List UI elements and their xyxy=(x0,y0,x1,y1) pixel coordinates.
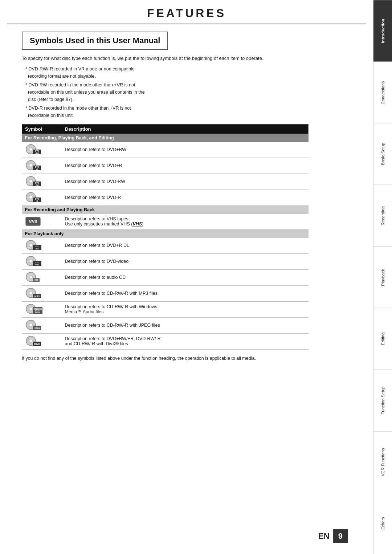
desc-wma: Description refers to CD-RW/-R with Wind… xyxy=(62,301,309,317)
mp3-icon: MP3 xyxy=(25,288,42,298)
svg-point-45 xyxy=(30,292,32,294)
svg-point-28 xyxy=(30,244,32,246)
symbol-cell-dvd-video: DVD VIDEO xyxy=(22,253,62,269)
intro-text: To specify for what disc type each funct… xyxy=(22,55,309,62)
col-header-symbol: Symbol xyxy=(22,124,62,134)
table-header-row: Symbol Description xyxy=(22,124,309,134)
dvd-plus-rw-icon: DVD +RW xyxy=(25,144,42,155)
sidebar-tab-others[interactable]: Others xyxy=(373,493,392,554)
table-row: VHS Description refers to VHS tapesUse o… xyxy=(22,214,309,230)
svg-text:DivX: DivX xyxy=(34,343,40,345)
divx-icon: DivX xyxy=(25,335,42,346)
wma-icon: WINDOWS MEDIA AUDIO xyxy=(25,304,43,314)
sidebar-tab-playback[interactable]: Playback xyxy=(373,247,392,308)
dvd-video-icon: DVD VIDEO xyxy=(25,256,42,266)
page-footer: EN 9 xyxy=(318,529,348,543)
desc-dvd-r-minus: Description refers to DVD-R xyxy=(62,190,309,205)
dvd-minus-r-icon: DVD -R xyxy=(25,192,42,203)
svg-point-40 xyxy=(30,276,32,278)
symbol-cell-dvd-rdl: DVD +R DL xyxy=(22,238,62,254)
table-row: DivX Description refers to DVD+RW/+R, DV… xyxy=(22,333,309,349)
dvd-minus-rw-icon: DVD -RW xyxy=(25,176,42,187)
bullet-2: * DVD-RW recorded in the mode other than… xyxy=(22,81,309,103)
symbol-cell-dvd-r-minus: DVD -R xyxy=(22,190,62,205)
bullet-1: * DVD-RW/-R recorded in VR mode or non c… xyxy=(22,65,309,80)
desc-dvd-r-plus: Description refers to DVD+R xyxy=(62,158,309,174)
svg-text:+R: +R xyxy=(36,168,38,170)
lang-label: EN xyxy=(318,531,330,541)
table-row: DVD -RW Description refers to DVD-RW xyxy=(22,174,309,190)
footer-text: If you do not find any of the symbols li… xyxy=(22,355,309,362)
symbol-cell-jpeg: JPEG xyxy=(22,317,62,333)
table-row: DVD -R Description refers to DVD-R xyxy=(22,190,309,205)
symbols-table: Symbol Description For Recording, Playin… xyxy=(22,124,309,350)
symbol-cell-mp3: MP3 xyxy=(22,285,62,301)
svg-text:AUDIO: AUDIO xyxy=(35,312,40,314)
svg-text:+RW: +RW xyxy=(35,152,39,154)
cd-icon: CD xyxy=(25,272,42,282)
right-sidebar: Introduction Connections Basic Setup Rec… xyxy=(373,0,392,554)
sidebar-tab-connections[interactable]: Connections xyxy=(373,62,392,123)
symbol-cell-dvd-rw-minus: DVD -RW xyxy=(22,174,62,190)
svg-point-62 xyxy=(30,340,32,342)
svg-text:DVD: DVD xyxy=(35,261,39,264)
table-row: DVD +RW Description refers to DVD+RW xyxy=(22,142,309,158)
sidebar-tab-introduction[interactable]: Introduction xyxy=(373,0,392,62)
desc-dvd-video: Description refers to DVD-video xyxy=(62,253,309,269)
desc-dvd-rw: Description refers to DVD+RW xyxy=(62,142,309,158)
page-title: FEATURES xyxy=(7,7,366,20)
symbol-cell-wma: WINDOWS MEDIA AUDIO xyxy=(22,301,62,317)
dvd-rdl-icon: DVD +R DL xyxy=(25,240,42,250)
svg-text:+R DL: +R DL xyxy=(35,248,39,250)
svg-text:DVD: DVD xyxy=(35,182,39,184)
desc-divx: Description refers to DVD+RW/+R, DVD-RW/… xyxy=(62,333,309,349)
table-row: DVD +R Description refers to DVD+R xyxy=(22,158,309,174)
svg-point-8 xyxy=(30,164,32,166)
section-label-3: For Playback only xyxy=(22,229,309,238)
symbol-cell-dvd-r-plus: DVD +R xyxy=(22,158,62,174)
svg-point-2 xyxy=(30,148,32,150)
symbol-cell-dvd-rw: DVD +RW xyxy=(22,142,62,158)
section-label-2: For Recording and Playing Back xyxy=(22,205,309,214)
page-number: 9 xyxy=(333,529,348,543)
symbols-heading: Symbols Used in this User Manual xyxy=(30,36,160,45)
svg-text:DVD: DVD xyxy=(35,245,39,248)
sidebar-tab-editing[interactable]: Editing xyxy=(373,308,392,370)
desc-dvd-rw-minus: Description refers to DVD-RW xyxy=(62,174,309,190)
section-row-recording-editing: For Recording, Playing Back, and Editing xyxy=(22,134,309,142)
symbols-heading-box: Symbols Used in this User Manual xyxy=(22,32,168,50)
desc-cd: Description refers to audio CD xyxy=(62,269,309,285)
symbol-cell-divx: DivX xyxy=(22,333,62,349)
desc-dvd-rdl: Description refers to DVD+R DL xyxy=(62,238,309,254)
sidebar-tab-function-setup[interactable]: Function Setup xyxy=(373,370,392,431)
vhs-icon: VHS xyxy=(25,216,43,227)
bullet-3: * DVD-R recorded in the mode other than … xyxy=(22,105,309,119)
svg-text:MP3: MP3 xyxy=(34,295,40,298)
svg-text:DVD: DVD xyxy=(35,198,39,200)
table-row: JPEG Description refers to CD-RW/-R with… xyxy=(22,317,309,333)
desc-vhs: Description refers to VHS tapesUse only … xyxy=(62,214,309,230)
desc-mp3: Description refers to CD-RW/-R with MP3 … xyxy=(62,285,309,301)
sidebar-tab-vcr-functions[interactable]: VCR Functions xyxy=(373,431,392,493)
section-row-recording-playback: For Recording and Playing Back xyxy=(22,205,309,214)
svg-text:DVD: DVD xyxy=(35,150,39,152)
svg-point-20 xyxy=(30,196,32,198)
symbol-cell-vhs: VHS xyxy=(22,214,62,230)
svg-text:VHS: VHS xyxy=(29,219,37,224)
svg-point-50 xyxy=(30,308,32,310)
svg-text:-RW: -RW xyxy=(35,184,39,186)
col-header-description: Description xyxy=(62,124,309,134)
section-row-playback: For Playback only xyxy=(22,229,309,238)
table-row: CD Description refers to audio CD xyxy=(22,269,309,285)
svg-text:VIDEO: VIDEO xyxy=(34,264,39,266)
dvd-plus-r-icon: DVD +R xyxy=(25,160,42,171)
svg-point-57 xyxy=(30,324,32,326)
svg-text:CD: CD xyxy=(34,279,38,281)
table-row: DVD +R DL Description refers to DVD+R DL xyxy=(22,238,309,254)
jpeg-icon: JPEG xyxy=(25,319,42,330)
sidebar-tab-recording[interactable]: Recording xyxy=(373,185,392,247)
svg-point-14 xyxy=(30,180,32,182)
svg-text:-R: -R xyxy=(36,200,38,202)
desc-jpeg: Description refers to CD-RW/-R with JPEG… xyxy=(62,317,309,333)
sidebar-tab-basic-setup[interactable]: Basic Setup xyxy=(373,123,392,185)
